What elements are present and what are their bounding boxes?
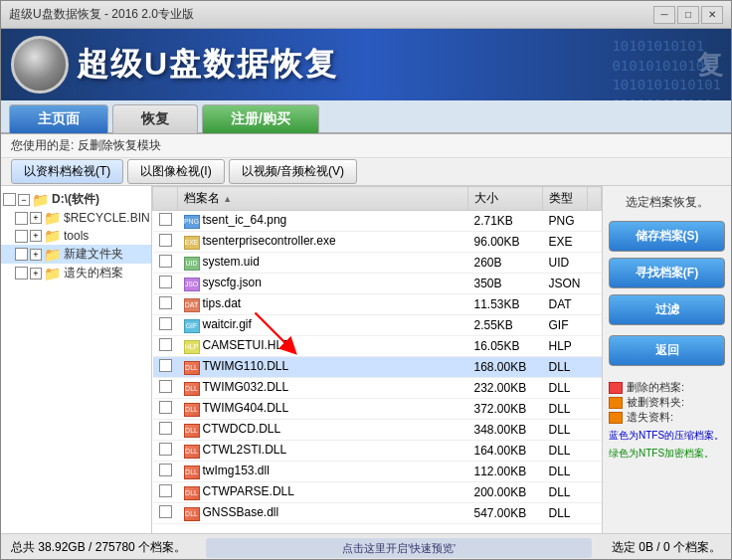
row-filename: DLLCTWDCD.DLL (178, 420, 468, 441)
legend-area: 删除的档案: 被删资料夹: 遗失资料: 蓝色为NTFS的压缩档案。 绿色为NTF… (609, 380, 725, 461)
row-checkbox[interactable] (153, 232, 178, 253)
titlebar: 超级U盘数据恢复 - 2016 2.0专业版 ─ □ ✕ (1, 1, 731, 29)
tree-root-checkbox[interactable] (3, 193, 16, 206)
table-row[interactable]: UIDsystem.uid260BUID (153, 253, 602, 274)
lost-checkbox[interactable] (15, 267, 28, 280)
row-scroll-spacer (588, 336, 602, 357)
filter-button[interactable]: 过滤 (609, 294, 725, 325)
row-checkbox[interactable] (153, 503, 178, 524)
table-row[interactable]: PNGtsent_ic_64.png2.71KBPNG (153, 211, 602, 232)
logo-disc (11, 36, 69, 93)
find-files-button[interactable]: 寻找档案(F) (609, 258, 725, 288)
row-scroll-spacer (588, 378, 602, 399)
col-filename[interactable]: 档案名 ▲ (178, 187, 468, 211)
row-filename: DATtips.dat (178, 294, 468, 315)
row-checkbox[interactable] (153, 482, 178, 503)
lost-expand[interactable]: + (30, 268, 42, 280)
row-checkbox[interactable] (153, 462, 178, 482)
row-filename: PNGtsent_ic_64.png (178, 211, 468, 232)
row-checkbox[interactable] (153, 441, 178, 462)
return-button[interactable]: 返回 (609, 335, 725, 366)
title-text: 超级U盘数据恢复 - 2016 2.0专业版 (9, 6, 653, 23)
tab-register[interactable]: 注册/购买 (202, 104, 319, 133)
logo-area: 超级U盘数据恢复 (11, 36, 338, 93)
tools-folder-icon: 📁 (44, 228, 61, 244)
tree-item-tools[interactable]: + 📁 tools (1, 227, 151, 245)
total-files-text: 总共 38.92GB / 275780 个档案。 (11, 539, 186, 556)
lost-folder-icon: 📁 (44, 266, 61, 281)
legend-deleted-folder: 被删资料夹: (609, 395, 725, 410)
table-row[interactable]: DLLGNSSBase.dll547.00KBDLL (153, 503, 602, 524)
row-filename: DLLTWIMG032.DLL (178, 378, 468, 399)
new-folder-checkbox[interactable] (15, 248, 28, 261)
module-text: 您使用的是: 反删除恢复模块 (11, 137, 161, 154)
row-checkbox[interactable] (153, 378, 178, 399)
row-scroll-spacer (588, 294, 602, 315)
row-size: 232.00KB (468, 378, 543, 399)
row-filename: DLLTWIMG110.DLL (178, 357, 468, 378)
row-scroll-spacer (588, 482, 602, 503)
tools-expand[interactable]: + (30, 230, 42, 242)
new-folder-label: 新建文件夹 (64, 246, 123, 263)
table-row[interactable]: DLLTWIMG404.DLL372.00KBDLL (153, 399, 602, 420)
view-tab-image[interactable]: 以图像检视(I) (127, 159, 224, 184)
new-folder-expand[interactable]: + (30, 249, 42, 261)
col-size[interactable]: 大小 (468, 187, 543, 211)
table-row[interactable]: DLLCTWPARSE.DLL200.00KBDLL (153, 482, 602, 503)
col-scroll (588, 187, 602, 211)
row-checkbox[interactable] (153, 399, 178, 420)
save-files-button[interactable]: 储存档案(S) (609, 221, 725, 252)
row-size: 16.05KB (468, 336, 543, 357)
row-checkbox[interactable] (153, 274, 178, 294)
row-size: 372.00KB (468, 399, 543, 420)
legend-folder-icon (609, 397, 623, 409)
row-filename: UIDsystem.uid (178, 253, 468, 274)
tab-home[interactable]: 主页面 (9, 104, 108, 133)
header: 超级U盘数据恢复 复 10101010101010101010101101010… (1, 29, 731, 100)
table-row[interactable]: JSOsyscfg.json350BJSON (153, 274, 602, 294)
row-checkbox[interactable] (153, 294, 178, 315)
hint-area[interactable]: 点击这里开启'快速预览' (206, 538, 592, 558)
row-checkbox[interactable] (153, 336, 178, 357)
window-controls: ─ □ ✕ (653, 6, 723, 24)
table-row[interactable]: GIFwaitcir.gif2.55KBGIF (153, 315, 602, 336)
tools-checkbox[interactable] (15, 230, 28, 243)
table-row[interactable]: HLPCAMSETUI.HLP16.05KBHLP (153, 336, 602, 357)
minimize-button[interactable]: ─ (653, 6, 675, 24)
tree-item-lost[interactable]: + 📁 遗失的档案 (1, 264, 151, 282)
table-row[interactable]: DLLtwImg153.dll112.00KBDLL (153, 462, 602, 482)
table-row[interactable]: DLLTWIMG032.DLL232.00KBDLL (153, 378, 602, 399)
row-size: 547.00KB (468, 503, 543, 524)
row-type: DLL (543, 420, 588, 441)
file-icon-png: PNG (184, 215, 200, 229)
table-row[interactable]: DLLTWIMG110.DLL168.00KBDLL (153, 357, 602, 378)
view-tab-file[interactable]: 以资料档检视(T) (11, 159, 123, 184)
table-row[interactable]: EXEtsenterprisecontroller.exe96.00KBEXE (153, 232, 602, 253)
close-button[interactable]: ✕ (701, 6, 723, 24)
row-size: 164.00KB (468, 441, 543, 462)
row-checkbox[interactable] (153, 420, 178, 441)
tree-root-expand[interactable]: − (18, 194, 30, 206)
maximize-button[interactable]: □ (677, 6, 699, 24)
table-row[interactable]: DLLCTWDCD.DLL348.00KBDLL (153, 420, 602, 441)
file-table: 档案名 ▲ 大小 类型 PNGtsent_ic_64.png2. (152, 186, 602, 524)
tree-item-recycle[interactable]: + 📁 $RECYCLE.BIN (1, 209, 151, 227)
row-type: DLL (543, 462, 588, 482)
row-checkbox[interactable] (153, 357, 178, 378)
file-icon-dll: DLL (184, 486, 200, 500)
tab-restore[interactable]: 恢复 (112, 104, 198, 133)
table-row[interactable]: DLLCTWL2STI.DLL164.00KBDLL (153, 441, 602, 462)
tree-root[interactable]: − 📁 D:\(软件) (1, 190, 151, 209)
table-row[interactable]: DATtips.dat11.53KBDAT (153, 294, 602, 315)
row-checkbox[interactable] (153, 315, 178, 336)
col-type[interactable]: 类型 (543, 187, 588, 211)
row-checkbox[interactable] (153, 253, 178, 274)
row-type: DLL (543, 441, 588, 462)
recycle-expand[interactable]: + (30, 212, 42, 224)
row-checkbox[interactable] (153, 211, 178, 232)
legend-lost: 遗失资料: (609, 410, 725, 425)
row-type: DLL (543, 399, 588, 420)
view-tab-media[interactable]: 以视频/音频检视(V) (229, 159, 357, 184)
recycle-checkbox[interactable] (15, 212, 28, 225)
tree-item-new-folder[interactable]: + 📁 新建文件夹 (1, 245, 151, 264)
